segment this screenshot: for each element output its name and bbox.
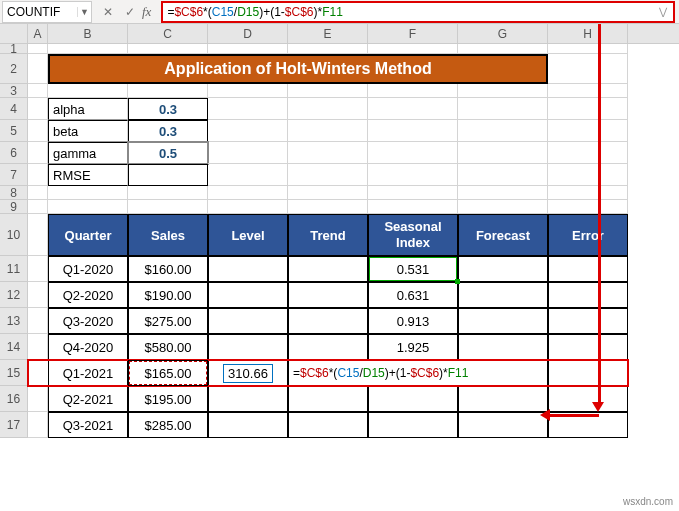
row-header[interactable]: 16 xyxy=(0,386,28,412)
cell[interactable] xyxy=(458,142,548,164)
cell[interactable] xyxy=(28,98,48,120)
cell[interactable] xyxy=(368,120,458,142)
row-header[interactable]: 12 xyxy=(0,282,28,308)
table-cell[interactable]: $285.00 xyxy=(128,412,208,438)
cell[interactable] xyxy=(548,200,628,214)
cell[interactable] xyxy=(288,120,368,142)
cell[interactable] xyxy=(548,98,628,120)
cell[interactable] xyxy=(28,308,48,334)
th-forecast[interactable]: Forecast xyxy=(458,214,548,256)
table-cell[interactable] xyxy=(288,386,368,412)
table-cell[interactable]: $165.00 xyxy=(128,360,208,386)
table-cell[interactable]: Q1-2021 xyxy=(48,360,128,386)
cell[interactable] xyxy=(28,186,48,200)
cell[interactable] xyxy=(288,142,368,164)
row-header[interactable]: 13 xyxy=(0,308,28,334)
cell[interactable] xyxy=(28,360,48,386)
table-cell[interactable] xyxy=(548,308,628,334)
table-cell[interactable]: 0.531 xyxy=(368,256,458,282)
cell[interactable] xyxy=(458,120,548,142)
cell[interactable] xyxy=(458,186,548,200)
cell[interactable] xyxy=(28,44,48,54)
row-header[interactable]: 8 xyxy=(0,186,28,200)
cell[interactable] xyxy=(128,200,208,214)
row-header[interactable]: 9 xyxy=(0,200,28,214)
cell[interactable] xyxy=(48,200,128,214)
table-cell[interactable] xyxy=(458,412,548,438)
cell[interactable] xyxy=(28,142,48,164)
cell[interactable] xyxy=(208,186,288,200)
cell[interactable] xyxy=(548,84,628,98)
table-cell[interactable]: $160.00 xyxy=(128,256,208,282)
col-header[interactable]: C xyxy=(128,24,208,43)
param-rmse-value[interactable] xyxy=(128,164,208,186)
table-cell[interactable] xyxy=(288,334,368,360)
cell[interactable] xyxy=(288,164,368,186)
table-cell[interactable] xyxy=(208,334,288,360)
cell[interactable] xyxy=(48,44,128,54)
cell[interactable] xyxy=(208,98,288,120)
cell[interactable] xyxy=(28,282,48,308)
cell[interactable] xyxy=(208,200,288,214)
cell[interactable] xyxy=(458,164,548,186)
row-header[interactable]: 1 xyxy=(0,44,28,54)
cell[interactable] xyxy=(368,164,458,186)
col-header[interactable]: F xyxy=(368,24,458,43)
table-cell[interactable]: Q3-2021 xyxy=(48,412,128,438)
cell[interactable] xyxy=(28,386,48,412)
fx-icon[interactable]: fx xyxy=(142,4,151,20)
cell[interactable] xyxy=(368,186,458,200)
cell[interactable] xyxy=(548,120,628,142)
cell[interactable] xyxy=(28,54,48,84)
cell[interactable] xyxy=(128,44,208,54)
table-cell[interactable] xyxy=(208,308,288,334)
th-sales[interactable]: Sales xyxy=(128,214,208,256)
cell[interactable] xyxy=(28,214,48,256)
table-cell[interactable] xyxy=(288,282,368,308)
formula-bar[interactable]: =$C$6*(C15/D15)+(1-$C$6)*F11 ⋁ xyxy=(161,1,675,23)
table-cell[interactable] xyxy=(288,412,368,438)
cell[interactable] xyxy=(28,256,48,282)
table-cell[interactable]: 0.913 xyxy=(368,308,458,334)
col-header[interactable]: E xyxy=(288,24,368,43)
table-cell[interactable]: Q3-2020 xyxy=(48,308,128,334)
cell[interactable] xyxy=(208,142,288,164)
table-cell[interactable] xyxy=(368,412,458,438)
cell[interactable] xyxy=(28,334,48,360)
table-cell[interactable] xyxy=(548,256,628,282)
cell[interactable] xyxy=(458,98,548,120)
cell[interactable] xyxy=(368,44,458,54)
cell[interactable] xyxy=(368,200,458,214)
param-beta-value[interactable]: 0.3 xyxy=(128,120,208,142)
cell[interactable] xyxy=(288,84,368,98)
table-cell[interactable] xyxy=(548,334,628,360)
param-beta-label[interactable]: beta xyxy=(48,120,128,142)
accept-formula-icon[interactable]: ✓ xyxy=(120,5,140,19)
table-cell[interactable]: $190.00 xyxy=(128,282,208,308)
th-trend[interactable]: Trend xyxy=(288,214,368,256)
cell[interactable] xyxy=(548,44,628,54)
table-cell[interactable]: 310.66 xyxy=(208,360,288,386)
row-header[interactable]: 2 xyxy=(0,54,28,84)
cell[interactable] xyxy=(208,44,288,54)
cancel-formula-icon[interactable]: ✕ xyxy=(98,5,118,19)
th-quarter[interactable]: Quarter xyxy=(48,214,128,256)
cell[interactable] xyxy=(288,200,368,214)
cell[interactable] xyxy=(208,84,288,98)
table-cell[interactable] xyxy=(208,282,288,308)
cell[interactable] xyxy=(548,54,628,84)
row-header[interactable]: 17 xyxy=(0,412,28,438)
expand-formula-icon[interactable]: ⋁ xyxy=(659,6,667,17)
cell[interactable] xyxy=(548,164,628,186)
cell[interactable] xyxy=(458,44,548,54)
row-header[interactable]: 6 xyxy=(0,142,28,164)
table-cell[interactable]: $195.00 xyxy=(128,386,208,412)
cell[interactable] xyxy=(48,84,128,98)
col-header[interactable]: D xyxy=(208,24,288,43)
cell[interactable] xyxy=(48,186,128,200)
table-cell[interactable] xyxy=(208,412,288,438)
table-cell[interactable] xyxy=(458,282,548,308)
row-header[interactable]: 3 xyxy=(0,84,28,98)
table-cell[interactable] xyxy=(458,386,548,412)
banner-title[interactable]: Application of Holt-Winters Method xyxy=(48,54,548,84)
